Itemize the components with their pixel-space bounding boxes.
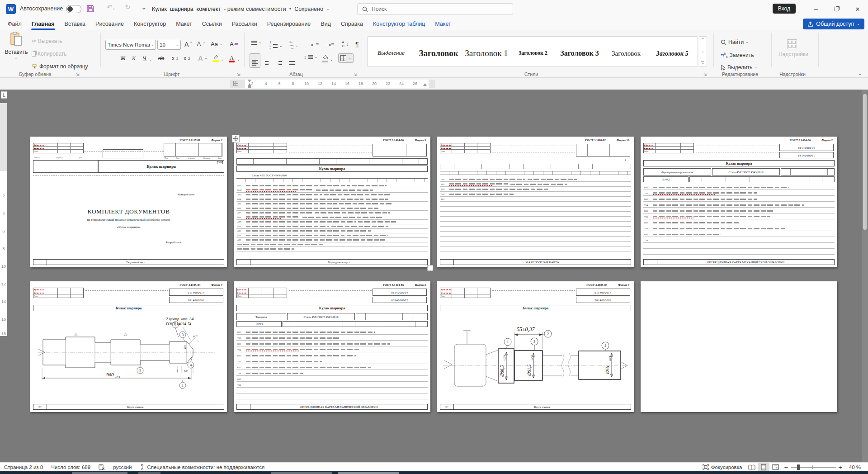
clear-formatting-button[interactable]: А (230, 41, 238, 47)
accessibility-status[interactable]: Специальные возможности: не поддерживают… (136, 463, 269, 471)
tab-review[interactable]: Рецензирование (262, 19, 316, 30)
tab-selector[interactable]: L (1, 91, 7, 99)
italic-button[interactable]: К (132, 55, 136, 62)
taskbar-button[interactable] (138, 472, 160, 474)
numbering-button[interactable]: 123⌄ (269, 41, 283, 51)
tab-home[interactable]: Главная (27, 19, 60, 30)
align-center-button[interactable] (264, 55, 269, 65)
tab-file[interactable]: Файл (3, 19, 27, 30)
style-heading5[interactable]: Заголовок 5 (649, 37, 696, 66)
zoom-in-button[interactable]: + (836, 463, 845, 471)
change-case-button[interactable]: Aa⌄ (211, 41, 223, 47)
document-canvas[interactable]: L 2 4 6 8 10 12 14 16 18 ГОСТ 3.1117-81Ф… (0, 90, 868, 462)
style-emphasis[interactable]: Выделение (368, 37, 415, 66)
tab-view[interactable]: Вид (316, 19, 336, 30)
page-3-route-card[interactable]: ГОСТ 3.1118-82Форма 1б Дубл. Взам. Подл.… (437, 137, 634, 267)
zoom-out-button[interactable]: − (781, 463, 790, 471)
borders-button[interactable]: ⌄ (338, 53, 354, 63)
page-8-blank[interactable] (641, 281, 837, 412)
zoom-slider-thumb[interactable] (797, 465, 800, 470)
minimize-button[interactable]: ─ (806, 0, 826, 18)
font-size-select[interactable]: 10⌄ (157, 40, 181, 50)
text-effects-button[interactable]: А⌄ (198, 54, 208, 62)
find-button[interactable]: Найти⌄ (721, 39, 749, 45)
proofing-icon[interactable] (94, 463, 109, 471)
left-indent-marker[interactable] (248, 86, 251, 88)
cut-button[interactable]: ✂Вырезать (32, 38, 62, 44)
taskbar-button[interactable] (72, 472, 127, 474)
strikethrough-button[interactable]: ab (158, 55, 164, 62)
gallery-scroll-up-icon[interactable]: ⌃ (701, 38, 704, 42)
increase-indent-button[interactable]: ⇥≡ (326, 42, 334, 48)
word-count[interactable]: Число слов: 689 (47, 463, 94, 471)
highlight-button[interactable] (212, 54, 219, 62)
gallery-expand-icon[interactable]: ⌄ (701, 61, 704, 65)
style-heading4[interactable]: Заголовок (604, 37, 649, 66)
clipboard-dialog-launcher-icon[interactable]: ⇲ (76, 72, 80, 77)
tab-table-design[interactable]: Конструктор таблиц (368, 19, 430, 30)
copy-button[interactable]: Копировать (32, 51, 67, 57)
vertical-ruler[interactable]: 2 4 6 8 10 12 14 16 18 (0, 103, 7, 336)
page-2-route-card[interactable]: ГОСТ 3.1404-86Форма 3 Дубл. Взам. Подл. … (234, 137, 430, 267)
web-layout-button[interactable] (769, 463, 781, 471)
scrollbar-thumb[interactable] (863, 94, 867, 230)
close-button[interactable]: ✕ (847, 0, 868, 18)
shading-menu-icon[interactable]: ⌄ (330, 58, 333, 62)
tab-mailings[interactable]: Рассылки (227, 19, 262, 30)
replace-button[interactable]: ⇆bc Заменить (721, 52, 754, 59)
paragraph-dialog-launcher-icon[interactable]: ⇲ (354, 72, 357, 77)
read-mode-button[interactable] (746, 463, 758, 471)
multilevel-list-button[interactable]: 1─ a─ i─⌄ (289, 41, 298, 51)
tab-design[interactable]: Конструктор (129, 19, 171, 30)
document-title[interactable]: Кулак_шарнира_комплект - режим совместим… (152, 0, 330, 18)
tab-references[interactable]: Ссылки (197, 19, 227, 30)
word-app-icon[interactable]: W (6, 4, 16, 14)
line-spacing-button[interactable]: ↕⌄ (304, 54, 317, 60)
styles-dialog-launcher-icon[interactable]: ⇲ (703, 72, 707, 77)
right-indent-marker[interactable] (423, 83, 427, 86)
autosave-toggle[interactable] (66, 5, 81, 13)
superscript-button[interactable]: x2 (184, 55, 190, 62)
align-left-button[interactable] (250, 53, 260, 68)
save-icon[interactable] (86, 4, 95, 14)
tab-table-layout[interactable]: Макет (430, 19, 456, 30)
collapse-ribbon-icon[interactable]: ⌄ (858, 71, 862, 76)
paste-button[interactable]: Вставить ⌄ (5, 32, 28, 60)
page-1-title-sheet[interactable]: ГОСТ 3.1117-81Форма 2 Дубл. Взам. Подл. … (30, 137, 227, 267)
bullets-button[interactable]: ⌄ (251, 41, 262, 45)
pilcrow-button[interactable]: ¶ (355, 41, 359, 48)
style-heading2[interactable]: Заголовок 2 (510, 37, 556, 66)
highlight-menu-icon[interactable]: ⌄ (221, 58, 224, 62)
print-layout-button[interactable] (758, 463, 769, 471)
shrink-font-button[interactable]: А⌄ (197, 41, 206, 47)
grow-font-button[interactable]: А^ (184, 41, 192, 48)
format-painter-button[interactable]: Формат по образцу (32, 63, 88, 70)
font-name-select[interactable]: Times New Roman⌄ (105, 40, 156, 50)
horizontal-ruler[interactable]: 2 4 6 8 10 12 14 16 18 20 22 24 26 (230, 80, 435, 88)
page-5-sketch-card[interactable]: ГОСТ 3.1105-84Форма 7 Дубл. Взам. Подл. … (30, 281, 227, 412)
underline-menu-icon[interactable]: ⌄ (149, 58, 152, 62)
taskbar-button[interactable] (271, 472, 332, 474)
subscript-button[interactable]: x2 (172, 55, 178, 62)
share-button[interactable]: Общий доступ ⌄ (803, 19, 864, 29)
underline-button[interactable]: Ч (143, 55, 146, 62)
table-resize-handle[interactable] (427, 265, 433, 271)
tab-draw[interactable]: Рисование (90, 19, 129, 30)
style-heading1[interactable]: Заголовок 1 (462, 37, 510, 66)
font-color-menu-icon[interactable]: ⌄ (237, 58, 240, 62)
page-indicator[interactable]: Страница 2 из 8 (0, 463, 47, 471)
page-7-sketch-card[interactable]: ГОСТ 3.1105-84Форма 7 Дубл. Взам. Подл. … (437, 281, 634, 412)
align-right-button[interactable] (277, 55, 282, 65)
style-heading3[interactable]: Заголовок 3 (556, 37, 604, 66)
style-title[interactable]: Заголовок (415, 37, 462, 66)
redo-icon[interactable]: ↻ (125, 3, 131, 11)
shading-button[interactable] (322, 54, 329, 62)
signin-button[interactable]: Вход (773, 4, 796, 14)
language-indicator[interactable]: русский (109, 463, 136, 471)
select-button[interactable]: Выделить⌄ (721, 64, 757, 71)
tab-layout[interactable]: Макет (171, 19, 197, 30)
tab-help[interactable]: Справка (336, 19, 368, 30)
focus-mode-button[interactable]: Фокусировка (698, 463, 746, 471)
taskbar-button[interactable] (338, 472, 399, 474)
restore-button[interactable] (826, 0, 847, 18)
